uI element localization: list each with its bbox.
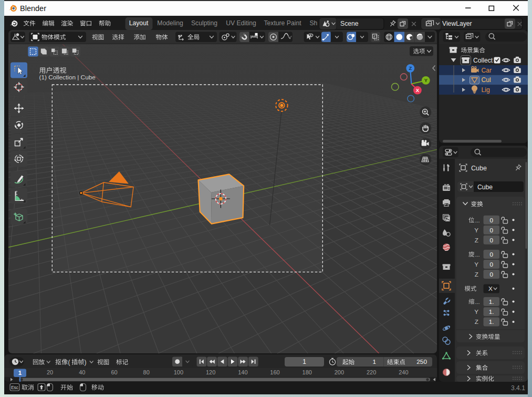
svg-text:160: 160 <box>270 369 279 375</box>
svg-text:Y: Y <box>424 77 428 83</box>
svg-text:Modeling: Modeling <box>157 19 183 27</box>
svg-text:UV Editing: UV Editing <box>226 19 256 27</box>
svg-text:Z: Z <box>475 318 478 325</box>
svg-text:Scene: Scene <box>340 20 359 27</box>
svg-text:Car: Car <box>482 67 492 74</box>
svg-text:Esc: Esc <box>11 385 19 390</box>
svg-text:1.: 1. <box>489 308 494 315</box>
svg-text:X: X <box>488 285 493 292</box>
svg-text:0: 0 <box>489 237 493 244</box>
svg-text:200: 200 <box>335 369 344 375</box>
svg-text:Y: Y <box>474 308 478 315</box>
svg-text:80: 80 <box>143 369 150 375</box>
svg-text:1.: 1. <box>489 298 494 306</box>
svg-text:140: 140 <box>238 369 247 375</box>
svg-text:240: 240 <box>399 369 408 375</box>
svg-text:0: 0 <box>489 227 493 234</box>
svg-text:1: 1 <box>18 370 22 376</box>
svg-text:...: ... <box>475 251 479 258</box>
svg-text:(: ( <box>68 359 70 366</box>
svg-text:Cube: Cube <box>471 165 487 172</box>
svg-text:1: 1 <box>302 358 306 365</box>
svg-text:ViewLayer: ViewLayer <box>442 20 472 27</box>
svg-text:...: ... <box>475 299 479 305</box>
svg-text:Z: Z <box>475 271 478 278</box>
svg-text:): ) <box>85 359 87 366</box>
svg-text:1.: 1. <box>489 318 494 325</box>
svg-text:40: 40 <box>79 369 85 375</box>
svg-text:Y: Y <box>474 227 478 234</box>
svg-text:20: 20 <box>47 369 53 375</box>
svg-text:Y: Y <box>474 261 478 268</box>
svg-text:0: 0 <box>489 271 493 278</box>
svg-text:Texture Paint: Texture Paint <box>264 19 301 27</box>
svg-text:Z: Z <box>409 65 412 71</box>
svg-text:250: 250 <box>416 358 427 365</box>
svg-text:Sculpting: Sculpting <box>191 19 217 27</box>
svg-text:X: X <box>416 87 420 93</box>
svg-text:180: 180 <box>302 369 312 375</box>
svg-text:Layout: Layout <box>129 19 149 27</box>
svg-text:3.4.1: 3.4.1 <box>511 384 525 392</box>
svg-text:120: 120 <box>206 369 215 375</box>
svg-text:Lig: Lig <box>482 86 490 94</box>
svg-text:Collect: Collect <box>473 57 493 64</box>
svg-text:1: 1 <box>372 358 376 365</box>
svg-text:...: ... <box>475 217 479 223</box>
svg-text:100: 100 <box>174 369 183 375</box>
svg-text:(1) Collection | Cube: (1) Collection | Cube <box>39 74 96 81</box>
svg-text:Blender: Blender <box>20 4 46 13</box>
svg-text:Z: Z <box>475 237 478 244</box>
svg-text:0: 0 <box>489 251 493 258</box>
svg-text:Sh: Sh <box>309 19 317 27</box>
svg-text:Cube: Cube <box>477 184 493 191</box>
svg-text:60: 60 <box>111 369 117 375</box>
svg-text:0: 0 <box>489 261 493 268</box>
svg-text:0: 0 <box>489 217 493 224</box>
svg-text:220: 220 <box>367 369 376 375</box>
